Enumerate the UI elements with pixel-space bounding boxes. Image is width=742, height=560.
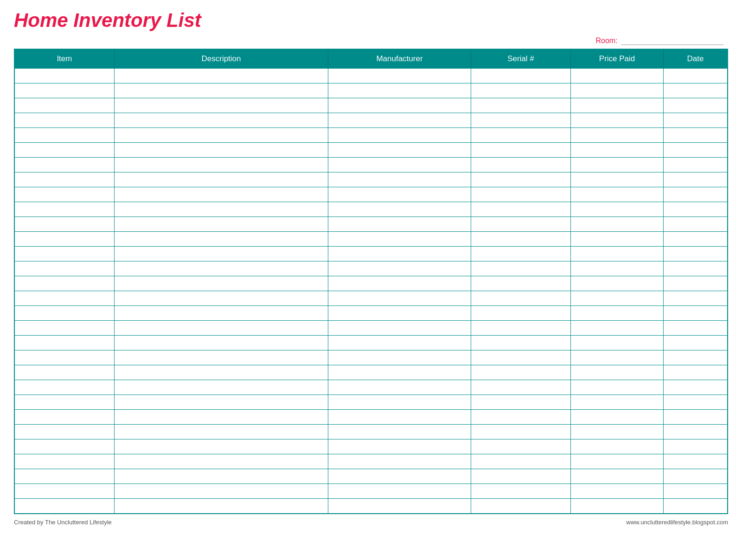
table-cell[interactable]	[664, 499, 728, 514]
table-cell[interactable]	[328, 247, 471, 261]
table-cell[interactable]	[14, 83, 114, 98]
table-cell[interactable]	[114, 365, 328, 380]
table-cell[interactable]	[471, 202, 570, 217]
table-cell[interactable]	[14, 454, 114, 469]
table-cell[interactable]	[664, 158, 728, 172]
table-cell[interactable]	[14, 98, 114, 113]
table-cell[interactable]	[328, 454, 471, 469]
table-cell[interactable]	[328, 410, 471, 425]
table-cell[interactable]	[471, 365, 570, 380]
table-cell[interactable]	[14, 321, 114, 336]
table-cell[interactable]	[114, 217, 328, 232]
table-cell[interactable]	[664, 395, 728, 410]
table-cell[interactable]	[471, 336, 570, 350]
table-cell[interactable]	[114, 158, 328, 172]
table-cell[interactable]	[328, 128, 471, 143]
table-cell[interactable]	[114, 499, 328, 514]
table-cell[interactable]	[14, 232, 114, 247]
table-cell[interactable]	[471, 380, 570, 395]
table-cell[interactable]	[328, 439, 471, 454]
table-cell[interactable]	[114, 469, 328, 484]
table-cell[interactable]	[14, 172, 114, 187]
table-cell[interactable]	[14, 499, 114, 514]
table-cell[interactable]	[571, 336, 664, 350]
table-cell[interactable]	[328, 276, 471, 291]
table-cell[interactable]	[664, 410, 728, 425]
table-cell[interactable]	[664, 439, 728, 454]
table-cell[interactable]	[664, 69, 728, 83]
table-cell[interactable]	[471, 350, 570, 365]
table-cell[interactable]	[328, 202, 471, 217]
table-cell[interactable]	[14, 306, 114, 321]
table-cell[interactable]	[571, 261, 664, 276]
table-cell[interactable]	[328, 321, 471, 336]
table-cell[interactable]	[664, 143, 728, 158]
table-cell[interactable]	[114, 454, 328, 469]
table-cell[interactable]	[664, 83, 728, 98]
table-cell[interactable]	[571, 380, 664, 395]
table-cell[interactable]	[471, 469, 570, 484]
table-cell[interactable]	[471, 143, 570, 158]
table-cell[interactable]	[471, 98, 570, 113]
table-cell[interactable]	[328, 83, 471, 98]
table-cell[interactable]	[14, 69, 114, 83]
table-cell[interactable]	[114, 276, 328, 291]
table-cell[interactable]	[328, 291, 471, 306]
table-cell[interactable]	[571, 365, 664, 380]
table-cell[interactable]	[328, 469, 471, 484]
table-cell[interactable]	[114, 143, 328, 158]
table-cell[interactable]	[114, 484, 328, 499]
table-cell[interactable]	[664, 113, 728, 128]
table-cell[interactable]	[114, 98, 328, 113]
table-cell[interactable]	[14, 276, 114, 291]
table-cell[interactable]	[664, 291, 728, 306]
table-cell[interactable]	[328, 261, 471, 276]
table-cell[interactable]	[571, 425, 664, 439]
table-cell[interactable]	[328, 98, 471, 113]
table-cell[interactable]	[664, 261, 728, 276]
table-cell[interactable]	[328, 158, 471, 172]
table-cell[interactable]	[114, 247, 328, 261]
table-cell[interactable]	[14, 291, 114, 306]
table-cell[interactable]	[14, 365, 114, 380]
table-cell[interactable]	[14, 143, 114, 158]
table-cell[interactable]	[471, 232, 570, 247]
table-cell[interactable]	[114, 350, 328, 365]
table-cell[interactable]	[571, 395, 664, 410]
table-cell[interactable]	[328, 187, 471, 202]
table-cell[interactable]	[664, 484, 728, 499]
table-cell[interactable]	[114, 291, 328, 306]
table-cell[interactable]	[114, 336, 328, 350]
table-cell[interactable]	[328, 143, 471, 158]
table-cell[interactable]	[471, 69, 570, 83]
table-cell[interactable]	[664, 306, 728, 321]
table-cell[interactable]	[471, 187, 570, 202]
table-cell[interactable]	[471, 454, 570, 469]
table-cell[interactable]	[471, 410, 570, 425]
table-cell[interactable]	[571, 469, 664, 484]
table-cell[interactable]	[14, 484, 114, 499]
table-cell[interactable]	[114, 261, 328, 276]
table-cell[interactable]	[471, 172, 570, 187]
table-cell[interactable]	[328, 336, 471, 350]
table-cell[interactable]	[14, 395, 114, 410]
table-cell[interactable]	[14, 158, 114, 172]
table-cell[interactable]	[471, 128, 570, 143]
table-cell[interactable]	[571, 350, 664, 365]
table-cell[interactable]	[328, 113, 471, 128]
table-cell[interactable]	[114, 69, 328, 83]
table-cell[interactable]	[571, 321, 664, 336]
table-cell[interactable]	[114, 202, 328, 217]
table-cell[interactable]	[664, 336, 728, 350]
table-cell[interactable]	[14, 202, 114, 217]
table-cell[interactable]	[328, 380, 471, 395]
table-cell[interactable]	[14, 113, 114, 128]
table-cell[interactable]	[664, 98, 728, 113]
table-cell[interactable]	[328, 172, 471, 187]
table-cell[interactable]	[328, 350, 471, 365]
table-cell[interactable]	[571, 306, 664, 321]
table-cell[interactable]	[114, 425, 328, 439]
table-cell[interactable]	[471, 395, 570, 410]
table-cell[interactable]	[471, 276, 570, 291]
table-cell[interactable]	[571, 291, 664, 306]
